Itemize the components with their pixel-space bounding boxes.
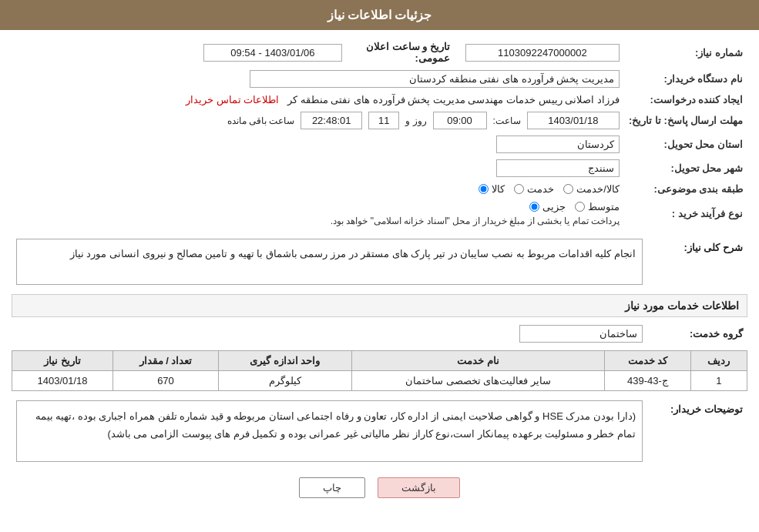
service-group-value: ساختمان xyxy=(519,325,643,343)
creator-label: ایجاد کننده درخواست: xyxy=(624,91,747,109)
category-option-khedmat[interactable]: خدمت xyxy=(514,183,554,195)
col-header-row: ردیف xyxy=(690,351,747,371)
announcement-value: 1403/01/06 - 09:54 xyxy=(203,44,342,62)
category-option-kala[interactable]: کالا xyxy=(479,183,505,195)
purchase-type-motaset[interactable]: متوسط xyxy=(575,201,620,212)
col-header-code: کد خدمت xyxy=(605,351,690,371)
col-header-name: نام خدمت xyxy=(351,351,604,371)
city-label: شهر محل تحویل: xyxy=(624,156,747,180)
category-label: طبقه بندی موضوعی: xyxy=(624,180,747,198)
buyer-org-label: نام دستگاه خریدار: xyxy=(624,67,747,91)
description-label: شرح کلی نیاز: xyxy=(647,236,747,288)
print-button[interactable]: چاپ xyxy=(299,477,365,498)
request-number-label: شماره نیاز: xyxy=(624,38,747,67)
category-radio-group: کالا/خدمت خدمت کالا xyxy=(16,183,620,195)
deadline-time-label: ساعت: xyxy=(493,115,521,126)
deadline-time: 09:00 xyxy=(433,112,487,129)
deadline-label: مهلت ارسال پاسخ: تا تاریخ: xyxy=(624,109,747,132)
announcement-label: تاریخ و ساعت اعلان عمومی: xyxy=(347,38,455,67)
button-row: بازگشت چاپ xyxy=(12,477,747,498)
purchase-type-jozi[interactable]: جزیی xyxy=(529,201,566,212)
deadline-remaining-label: ساعت باقی مانده xyxy=(227,115,295,126)
services-table: ردیف کد خدمت نام خدمت واحد اندازه گیری ت… xyxy=(12,350,747,391)
col-header-date: تاریخ نیاز xyxy=(12,351,113,371)
buyer-notes-label: توضیحات خریدار: xyxy=(647,397,747,465)
description-value: انجام کلیه اقدامات مربوط به نصب سایبان د… xyxy=(16,239,643,285)
deadline-date: 1403/01/18 xyxy=(527,112,620,129)
creator-value: فرزاد اصلانی رییس خدمات مهندسی مدیریت پخ… xyxy=(287,94,620,105)
page-title: جزئیات اطلاعات نیاز xyxy=(327,8,432,22)
page-header: جزئیات اطلاعات نیاز xyxy=(0,0,759,30)
deadline-days-label: روز و xyxy=(405,115,426,126)
request-number-value: 1103092247000002 xyxy=(465,44,620,62)
city-value: سنندج xyxy=(496,159,620,177)
back-button[interactable]: بازگشت xyxy=(378,477,460,498)
services-section-header: اطلاعات خدمات مورد نیاز xyxy=(12,294,747,317)
purchase-type-note: پرداخت تمام یا بخشی از مبلغ خریدار از مح… xyxy=(16,216,620,226)
province-label: استان محل تحویل: xyxy=(624,132,747,156)
category-option-kala-khedmat[interactable]: کالا/خدمت xyxy=(563,183,620,195)
col-header-qty: تعداد / مقدار xyxy=(113,351,219,371)
purchase-type-radio-group: متوسط جزیی xyxy=(16,201,620,212)
buyer-org-value: مدیریت پخش فرآورده های نفتی منطقه کردستا… xyxy=(250,70,620,88)
province-value: کردستان xyxy=(496,136,620,153)
deadline-remaining: 22:48:01 xyxy=(301,112,362,129)
creator-contact-link[interactable]: اطلاعات تماس خریدار xyxy=(186,94,279,105)
deadline-days: 11 xyxy=(368,112,399,129)
table-row: 1ج-43-439سایر فعالیت‌های تخصصی ساختمانکی… xyxy=(12,371,747,391)
purchase-type-label: نوع فرآیند خرید : xyxy=(624,198,747,229)
buyer-notes-value: (دارا بودن مدرک HSE و گواهی صلاحیت ایمنی… xyxy=(16,400,643,462)
col-header-unit: واحد اندازه گیری xyxy=(218,351,351,371)
service-group-label: گروه خدمت: xyxy=(647,322,747,346)
